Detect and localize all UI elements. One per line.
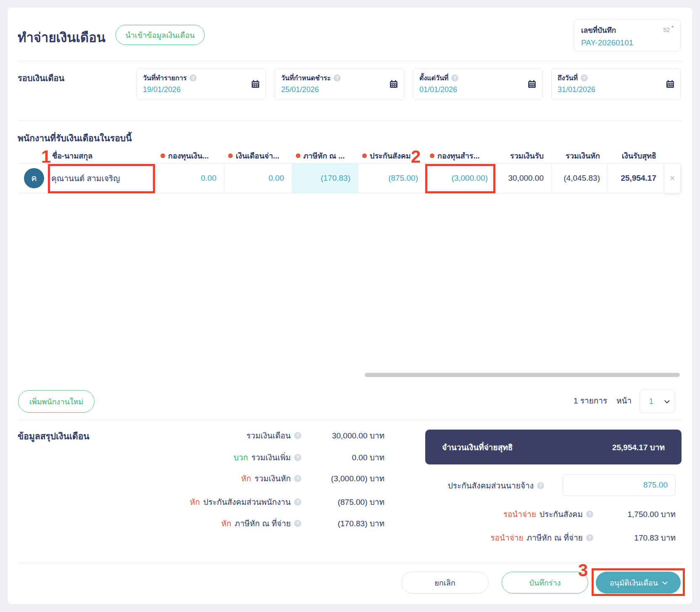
- remove-row-button[interactable]: [664, 163, 681, 193]
- summary-row-total-addition: บวกรวมเงินเพิ่ม 0.00 บาท: [18, 451, 384, 464]
- pending-sso-row: รอนำจ่ายประกันสังคม 1,750.00 บาท: [425, 507, 682, 521]
- summary-value: (3,000.00) บาท: [331, 472, 384, 485]
- pending-tax-label: ภาษีหัก ณ ที่จ่าย: [527, 531, 583, 544]
- summary-row-total-deduction: หักรวมเงินหัก (3,000.00) บาท: [18, 472, 384, 485]
- summary-value: (170.83) บาท: [338, 517, 384, 530]
- help-icon: [334, 74, 341, 82]
- summary-row-employee-sso: หักประกันสังคมส่วนพนักงาน (875.00) บาท: [18, 495, 384, 509]
- prefix-deduct: หัก: [190, 496, 200, 508]
- help-icon: [294, 454, 301, 461]
- column-header-salary-paid: เงินเดือนจ่า...: [224, 148, 292, 163]
- summary-label: รวมเงินหัก: [255, 472, 291, 485]
- summary-value: (875.00) บาท: [338, 496, 384, 508]
- transaction-date-field[interactable]: วันที่ทำรายการ 19/01/2026: [137, 68, 266, 100]
- cancel-label: ยกเลิก: [434, 577, 455, 589]
- total-income-cell: 30,000.00: [495, 163, 551, 193]
- page-select[interactable]: 1: [639, 390, 675, 413]
- prefix-pending: รอนำจ่าย: [503, 508, 536, 520]
- page-select-value: 1: [649, 397, 653, 406]
- divider: [18, 121, 682, 121]
- start-date-value: 01/01/2026: [419, 85, 536, 94]
- due-date-value: 25/01/2026: [281, 85, 398, 94]
- column-header-name: ชื่อ-นามสกุล: [18, 148, 156, 163]
- pension-fund-cell[interactable]: 0.00: [156, 163, 224, 193]
- transaction-date-label: วันที่ทำรายการ: [143, 73, 187, 83]
- orange-dot-icon: [430, 153, 434, 158]
- prefix-deduct: หัก: [221, 517, 232, 530]
- divider: [18, 420, 682, 420]
- net-pay-panel: จำนวนเงินที่จ่ายสุทธิ 25,954.17 บาท: [425, 430, 682, 464]
- pending-tax-row: รอนำจ่ายภาษีหัก ณ ที่จ่าย 170.83 บาท: [425, 531, 682, 544]
- social-security-cell[interactable]: (875.00): [358, 163, 426, 193]
- divider: [18, 61, 682, 61]
- pending-sso-label: ประกันสังคม: [539, 508, 583, 520]
- prefix-pending: รอนำจ่าย: [490, 531, 523, 544]
- required-asterisk: *: [671, 24, 674, 31]
- help-icon: [586, 511, 593, 518]
- summary-label: ภาษีหัก ณ ที่จ่าย: [235, 517, 291, 530]
- annotation-box-2: [425, 164, 495, 193]
- column-header-total-deduction: รวมเงินหัก: [551, 148, 608, 163]
- end-date-label: ถึงวันที่: [558, 73, 578, 83]
- help-icon: [537, 482, 544, 489]
- end-date-field[interactable]: ถึงวันที่ 31/01/2026: [551, 68, 681, 100]
- help-icon: [581, 74, 588, 82]
- employee-avatar: ค: [24, 168, 44, 188]
- help-icon: [451, 74, 458, 82]
- column-header-pension-fund: กองทุนเงิน...: [156, 148, 224, 163]
- import-payroll-button[interactable]: นำเข้าข้อมูลเงินเดือน: [116, 25, 205, 45]
- payroll-card: ทำจ่ายเงินเดือน นำเข้าข้อมูลเงินเดือน เล…: [8, 8, 692, 604]
- record-number-label: เลขที่บันทึก: [581, 24, 616, 36]
- withholding-tax-cell[interactable]: (170.83): [292, 163, 358, 193]
- orange-dot-icon: [296, 153, 300, 158]
- pending-sso-value: 1,750.00 บาท: [628, 508, 676, 520]
- help-icon: [294, 432, 301, 439]
- help-icon: [586, 534, 593, 541]
- total-deduction-cell: (4,045.83): [551, 163, 608, 193]
- salary-paid-cell[interactable]: 0.00: [224, 163, 292, 193]
- orange-dot-icon: [228, 153, 233, 158]
- column-header-net-income: เงินรับสุทธิ: [608, 148, 664, 163]
- horizontal-scrollbar[interactable]: [365, 373, 680, 377]
- payroll-screen: ทำจ่ายเงินเดือน นำเข้าข้อมูลเงินเดือน เล…: [0, 0, 700, 612]
- page-label: หน้า: [616, 394, 632, 407]
- save-draft-button[interactable]: บันทึกร่าง: [502, 572, 588, 594]
- column-header-withholding-tax: ภาษีหัก ณ ...: [292, 148, 358, 163]
- annotation-box-3: [592, 568, 685, 596]
- annotation-number-1: 1: [41, 148, 51, 166]
- due-date-field[interactable]: วันที่กำหนดชำระ 25/01/2026: [275, 68, 404, 100]
- record-counter: 52 *: [663, 24, 674, 33]
- annotation-box-1: [48, 164, 155, 193]
- save-draft-label: บันทึกร่าง: [529, 577, 561, 589]
- record-count-text: 1 รายการ: [574, 394, 607, 407]
- add-employee-label: เพิ่มพนักงานใหม่: [29, 396, 84, 408]
- orange-dot-icon: [362, 153, 367, 158]
- transaction-date-value: 19/01/2026: [143, 85, 260, 94]
- import-payroll-label: นำเข้าข้อมูลเงินเดือน: [125, 29, 195, 41]
- chevron-down-icon: [664, 398, 670, 404]
- cancel-button[interactable]: ยกเลิก: [401, 572, 489, 594]
- summary-label: รวมเงินเพิ่ม: [251, 451, 291, 464]
- prefix-deduct: หัก: [241, 472, 251, 485]
- help-icon: [189, 74, 197, 82]
- annotation-number-3: 3: [578, 562, 588, 579]
- record-number-value: PAY-20260101: [581, 38, 674, 47]
- column-header-provident-fund: กองทุนสำร...: [426, 148, 495, 163]
- summary-value: 30,000.00 บาท: [332, 429, 384, 442]
- annotation-number-2: 2: [411, 148, 421, 166]
- summary-label: ประกันสังคมส่วนพนักงาน: [203, 496, 291, 508]
- summary-row-withholding-tax: หักภาษีหัก ณ ที่จ่าย (170.83) บาท: [18, 517, 384, 530]
- pending-tax-value: 170.83 บาท: [634, 531, 676, 544]
- employer-sso-input[interactable]: 875.00: [563, 474, 676, 496]
- start-date-field[interactable]: ตั้งแต่วันที่ 01/01/2026: [413, 68, 542, 100]
- due-date-label: วันที่กำหนดชำระ: [281, 73, 331, 83]
- column-header-total-income: รวมเงินรับ: [495, 148, 551, 163]
- summary-label: รวมเงินเดือน: [247, 429, 291, 442]
- help-icon: [294, 499, 301, 506]
- record-number-field[interactable]: เลขที่บันทึก 52 * PAY-20260101: [574, 19, 681, 51]
- summary-value: 0.00 บาท: [352, 451, 384, 464]
- add-employee-button[interactable]: เพิ่มพนักงานใหม่: [18, 390, 95, 413]
- net-pay-label: จำนวนเงินที่จ่ายสุทธิ: [442, 441, 513, 454]
- calendar-icon: [666, 80, 674, 88]
- calendar-icon: [528, 80, 536, 88]
